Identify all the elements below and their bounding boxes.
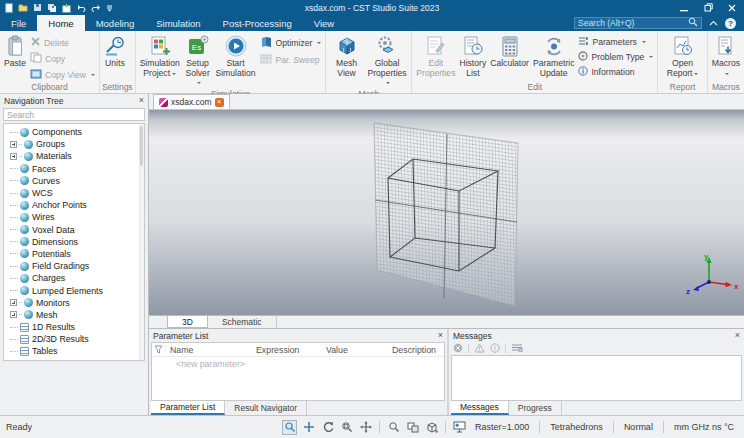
split-view-icon[interactable]	[405, 420, 420, 435]
status-raster[interactable]: Raster=1.000	[471, 422, 533, 432]
undo-icon[interactable]	[76, 3, 86, 12]
tree-item-curves[interactable]: Curves	[4, 175, 144, 187]
parameters-button[interactable]: Parameters	[578, 36, 653, 48]
setup-solver-button[interactable]: Es Setup Solver	[182, 33, 214, 89]
tree-item-charges[interactable]: Charges	[4, 272, 144, 284]
tree-item-mesh[interactable]: Mesh	[4, 309, 144, 321]
history-list-button[interactable]: History List	[457, 33, 488, 79]
expand-icon[interactable]	[10, 141, 17, 148]
bounding-box-icon[interactable]	[424, 420, 439, 435]
expand-icon[interactable]	[10, 299, 17, 306]
status-units[interactable]: mm GHz ns °C	[670, 422, 738, 432]
tree-item-potentials[interactable]: Potentials	[4, 248, 144, 260]
tree-search[interactable]	[3, 108, 145, 121]
tree-item-2d3d-results[interactable]: 2D/3D Results	[4, 333, 144, 345]
search-icon[interactable]	[688, 17, 698, 29]
edit-properties-button[interactable]: Edit Properties	[414, 33, 457, 79]
tree-item-materials[interactable]: Materials	[4, 150, 144, 162]
open-file-icon[interactable]	[18, 3, 28, 12]
tab-close-icon[interactable]: ×	[215, 98, 224, 107]
tree-scrollbar[interactable]	[139, 124, 144, 360]
tab-messages[interactable]: Messages	[451, 401, 509, 415]
save-icon[interactable]	[33, 3, 42, 12]
copy-button[interactable]: Copy	[30, 52, 95, 65]
mesh-view-button[interactable]: Mesh View	[328, 33, 365, 79]
new-parameter-row[interactable]: <new parameter>	[152, 357, 444, 369]
paste-button[interactable]: Paste	[2, 33, 28, 70]
close-button[interactable]	[720, 0, 744, 15]
pan-tool-icon[interactable]	[358, 420, 373, 435]
tab-home[interactable]: Home	[37, 15, 84, 31]
status-quality[interactable]: Normal	[620, 422, 657, 432]
open-report-button[interactable]: Open Report	[660, 33, 704, 79]
zoom-tool-icon[interactable]	[386, 420, 401, 435]
copy-view-button[interactable]: Copy View	[30, 68, 95, 81]
close-icon[interactable]: ×	[438, 331, 443, 340]
help-icon[interactable]: ?	[725, 18, 736, 29]
global-properties-button[interactable]: Global Properties	[365, 33, 409, 89]
tree-item-dimensions[interactable]: Dimensions	[4, 236, 144, 248]
redo-icon[interactable]	[91, 3, 101, 12]
tree-item-lumped-elements[interactable]: Lumped Elements	[4, 284, 144, 296]
tab-schematic[interactable]: Schematic	[208, 316, 277, 328]
minimize-button[interactable]	[672, 0, 696, 15]
tree-item-wires[interactable]: Wires	[4, 211, 144, 223]
units-button[interactable]: Units	[102, 33, 128, 70]
tab-view[interactable]: View	[303, 15, 345, 31]
tab-file[interactable]: File	[0, 15, 37, 31]
close-icon[interactable]: ×	[139, 96, 144, 105]
optimizer-button[interactable]: Optimizer	[260, 36, 322, 50]
macros-button[interactable]: Macros	[710, 33, 742, 79]
tree-item-groups[interactable]: Groups	[4, 138, 144, 150]
information-button[interactable]: Information	[578, 66, 653, 78]
expand-icon[interactable]	[10, 311, 17, 318]
ribbon-search-input[interactable]	[578, 18, 686, 28]
simulation-project-button[interactable]: Simulation Project	[138, 33, 182, 79]
zoom-window-icon[interactable]	[339, 420, 354, 435]
document-tab[interactable]: xsdax.com ×	[153, 94, 230, 109]
ribbon-search[interactable]	[574, 17, 702, 29]
problem-type-button[interactable]: Problem Type	[578, 51, 653, 63]
tab-3d[interactable]: 3D	[167, 316, 208, 328]
tree-item-anchor-points[interactable]: Anchor Points	[4, 199, 144, 211]
par-sweep-button[interactable]: Par. Sweep	[260, 53, 322, 67]
close-icon[interactable]: ×	[735, 331, 740, 340]
message-options-icon[interactable]	[511, 343, 523, 354]
tree-item-faces[interactable]: Faces	[4, 163, 144, 175]
filter-icon[interactable]	[152, 345, 166, 354]
warnings-filter-icon[interactable]	[474, 343, 485, 355]
errors-filter-icon[interactable]	[453, 343, 463, 355]
tree-search-input[interactable]	[7, 110, 141, 120]
column-value[interactable]: Value	[322, 345, 388, 355]
pick-tool-icon[interactable]	[282, 420, 297, 435]
column-description[interactable]: Description	[388, 345, 444, 355]
new-file-icon[interactable]	[5, 3, 13, 13]
display-settings-icon[interactable]	[452, 420, 467, 435]
tree-item-monitors[interactable]: Monitors	[4, 297, 144, 309]
3d-viewport[interactable]: y x z	[149, 110, 744, 315]
tab-progress[interactable]: Progress	[509, 401, 562, 415]
column-name[interactable]: Name	[166, 345, 252, 355]
tree-item-voxel-data[interactable]: Voxel Data	[4, 224, 144, 236]
save-all-icon[interactable]	[47, 3, 57, 13]
column-expression[interactable]: Expression	[252, 345, 322, 355]
tree-item-components[interactable]: Components	[4, 126, 144, 138]
tab-result-navigator[interactable]: Result Navigator	[225, 401, 307, 415]
parametric-update-button[interactable]: Parametric Update	[531, 33, 577, 79]
expand-icon[interactable]	[10, 153, 17, 160]
collapse-ribbon-icon[interactable]	[709, 18, 718, 28]
rotate-tool-icon[interactable]	[320, 420, 335, 435]
info-filter-icon[interactable]	[490, 343, 500, 355]
tree-item-field-gradings[interactable]: Field Gradings	[4, 260, 144, 272]
status-mesh-type[interactable]: Tetrahedrons	[546, 422, 607, 432]
delete-button[interactable]: Delete	[30, 36, 95, 49]
tab-modeling[interactable]: Modeling	[85, 15, 146, 31]
tab-simulation[interactable]: Simulation	[145, 15, 211, 31]
qat-customize-icon[interactable]	[106, 3, 113, 12]
start-simulation-button[interactable]: Start Simulation	[213, 33, 257, 79]
maximize-button[interactable]	[696, 0, 720, 15]
tab-post-processing[interactable]: Post-Processing	[212, 15, 303, 31]
calculator-button[interactable]: Calculator	[488, 33, 531, 70]
tree-item-1d-results[interactable]: 1D Results	[4, 321, 144, 333]
tab-parameter-list[interactable]: Parameter List	[151, 401, 225, 415]
